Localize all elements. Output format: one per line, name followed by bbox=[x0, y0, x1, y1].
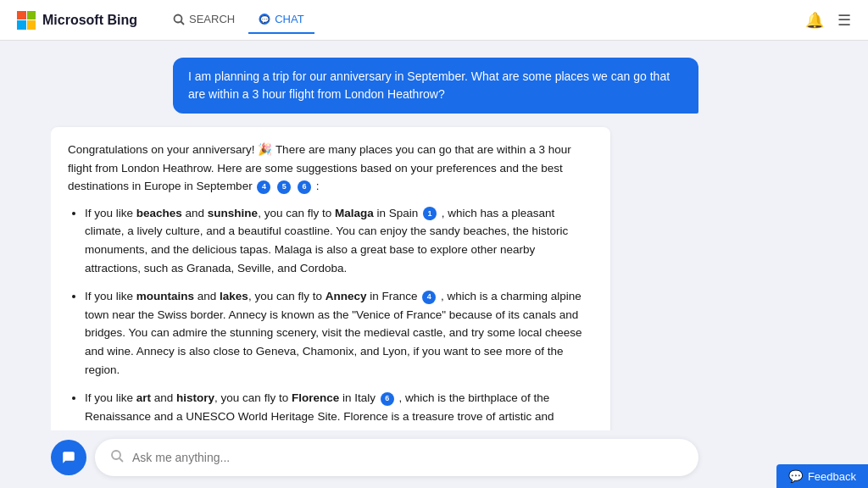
list-item: If you like art and history, you can fly… bbox=[85, 389, 593, 430]
citation-6: 6 bbox=[298, 180, 311, 194]
citation-4b: 4 bbox=[422, 291, 436, 304]
search-icon bbox=[173, 14, 185, 25]
ai-response: Congratulations on your anniversary! 🎉 T… bbox=[51, 127, 610, 430]
header: Microsoft Bing SEARCH 💬 CHAT 🔔 ☰ bbox=[0, 0, 868, 41]
svg-text:💬: 💬 bbox=[260, 15, 270, 25]
feedback-button[interactable]: 💬 Feedback bbox=[776, 464, 868, 488]
logo-text: Microsoft Bing bbox=[42, 13, 137, 28]
citation-5: 5 bbox=[277, 180, 291, 194]
svg-line-1 bbox=[181, 21, 185, 25]
nav-item-search[interactable]: SEARCH bbox=[163, 6, 245, 34]
logo: Microsoft Bing bbox=[17, 11, 137, 30]
chat-input[interactable] bbox=[132, 451, 683, 464]
header-actions: 🔔 ☰ bbox=[805, 11, 851, 30]
citation-6b: 6 bbox=[381, 392, 394, 406]
nav-item-chat[interactable]: 💬 CHAT bbox=[248, 6, 314, 34]
list-item: If you like mountains and lakes, you can… bbox=[85, 287, 593, 379]
new-chat-button[interactable] bbox=[51, 440, 86, 475]
list-item: If you like beaches and sunshine, you ca… bbox=[85, 204, 593, 277]
ai-intro: Congratulations on your anniversary! 🎉 T… bbox=[68, 141, 593, 196]
feedback-icon: 💬 bbox=[788, 469, 803, 483]
nav: SEARCH 💬 CHAT bbox=[163, 6, 314, 34]
feedback-label: Feedback bbox=[808, 470, 856, 483]
suggestions-list: If you like beaches and sunshine, you ca… bbox=[68, 204, 593, 430]
notification-icon[interactable]: 🔔 bbox=[805, 11, 824, 30]
input-area bbox=[51, 430, 698, 488]
chat-area: I am planning a trip for our anniversary… bbox=[51, 41, 698, 430]
menu-icon[interactable]: ☰ bbox=[837, 11, 851, 30]
svg-point-4 bbox=[112, 451, 120, 459]
user-message: I am planning a trip for our anniversary… bbox=[173, 58, 698, 114]
svg-point-0 bbox=[175, 14, 182, 22]
main-content: I am planning a trip for our anniversary… bbox=[0, 41, 868, 488]
citation-1: 1 bbox=[423, 207, 437, 220]
svg-line-5 bbox=[120, 458, 123, 462]
bing-logo-icon bbox=[17, 11, 36, 30]
citation-4: 4 bbox=[257, 180, 270, 194]
chat-icon: 💬 bbox=[259, 14, 270, 25]
input-search-icon bbox=[110, 449, 124, 466]
search-input-box[interactable] bbox=[95, 439, 698, 476]
